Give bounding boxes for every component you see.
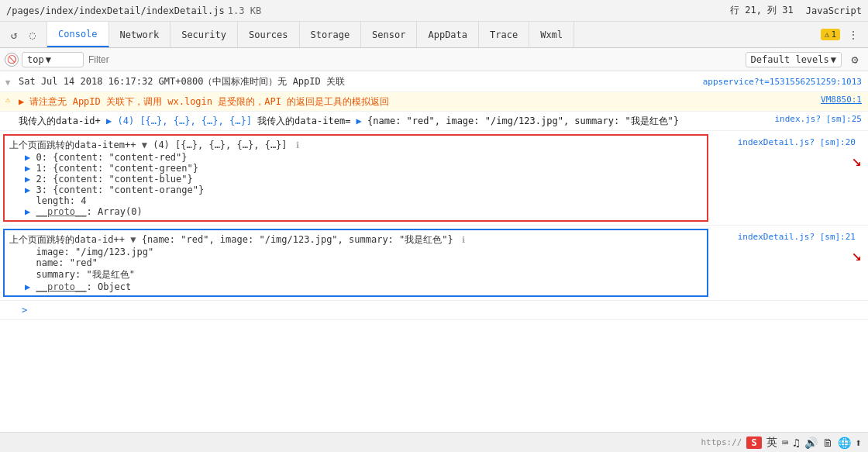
box1-item-2: ▶ 2: {content: "content-blue"} xyxy=(25,174,702,185)
box1-props: ▶ 0: {content: "content-red"} ▶ 1: {cont… xyxy=(9,152,702,217)
box2-name: name: "red" xyxy=(25,257,702,268)
filter-input-wrap xyxy=(88,54,741,65)
console-content: ▼ Sat Jul 14 2018 16:17:32 GMT+0800（中国标准… xyxy=(0,71,868,452)
clear-console-button[interactable]: 🚫 xyxy=(5,53,19,67)
timestamp-source[interactable]: appservice?t=1531556251259:1013 xyxy=(700,75,868,88)
info-content-1: 我传入的data-id+ xyxy=(19,116,106,126)
box2-props: image: "/img/123.jpg" name: "red" summar… xyxy=(9,247,702,292)
info-obj-1b: {name: "red", image: "/img/123.jpg", sum… xyxy=(367,116,679,126)
back-icon[interactable]: ↺ xyxy=(6,27,22,43)
box1-source-area: indexDetail.js? [sm]:20 ↘ xyxy=(713,131,868,225)
box2-arrow: ↘ xyxy=(852,245,862,264)
warning-badge: ⚠ 1 xyxy=(821,29,840,40)
box1-arrow: ↘ xyxy=(852,150,862,170)
box1-info-icon: ℹ xyxy=(296,140,299,150)
bottom-bar: https:// S 英 ⌨ ♫ 🔊 🗎 🌐 ⬆ xyxy=(0,432,868,452)
warn-text: ▶ 请注意无 AppID 关联下，调用 wx.login 是受限的，API 的返… xyxy=(16,93,728,110)
upload-icon[interactable]: ⬆ xyxy=(856,436,862,449)
box1-count: (4) [{…}, {…}, {…}, {…}] xyxy=(153,140,287,150)
box2-header-text: 上个页面跳转的data-id++ ▼ {name: "red", image: … xyxy=(9,233,465,247)
box2-source-area: indexDetail.js? [sm]:21 ↘ xyxy=(713,226,868,300)
tab-bar: ↺ ◌ Console Network Security Sources Sto… xyxy=(0,22,868,48)
info-text-1: 我传入的data-id+ ▶ (4) [{…}, {…}, {…}, {…}] … xyxy=(16,112,728,129)
box1-proto: ▶ __proto__: Array(0) xyxy=(25,206,702,217)
box1-expand-icon[interactable]: ▼ xyxy=(142,140,147,150)
file-path: /pages/index/indexDetail/indexDetail.js xyxy=(6,5,225,16)
timestamp-text: Sat Jul 14 2018 16:17:32 GMT+0800（中国标准时间… xyxy=(16,73,700,90)
cursor-line[interactable]: > xyxy=(0,301,868,320)
warn-content: ▶ 请注意无 AppID 关联下，调用 wx.login 是受限的，API 的返… xyxy=(19,96,389,107)
file-location: 行 21, 列 31 xyxy=(730,4,794,17)
box2-expand-icon[interactable]: ▼ xyxy=(130,234,136,245)
warn-source[interactable]: VM8850:1 xyxy=(728,93,868,106)
tab-bar-right: ⚠ 1 ⋮ xyxy=(815,26,868,43)
box1-header-text: 上个页面跳转的data-item++ ▼ (4) [{…}, {…}, {…},… xyxy=(9,139,299,152)
tab-wxml[interactable]: Wxml xyxy=(529,22,574,47)
info-content-1b: 我传入的data-item= xyxy=(257,116,356,126)
line-prefix: ▼ xyxy=(0,76,16,88)
box2-info-icon: ℹ xyxy=(462,235,465,245)
box2-block: 上个页面跳转的data-id++ ▼ {name: "red", image: … xyxy=(3,229,708,297)
cursor-prompt[interactable]: > xyxy=(16,302,868,319)
info-line-1: 我传入的data-id+ ▶ (4) [{…}, {…}, {…}, {…}] … xyxy=(0,112,868,131)
box1-container: 上个页面跳转的data-item++ ▼ (4) [{…}, {…}, {…},… xyxy=(0,131,868,226)
info-source-1[interactable]: index.js? [sm]:25 xyxy=(728,112,868,126)
box2-proto: ▶ __proto__: Object xyxy=(25,281,702,292)
box1-source[interactable]: indexDetail.js? [sm]:20 xyxy=(722,136,862,149)
box2-header-row: 上个页面跳转的data-id++ ▼ {name: "red", image: … xyxy=(9,233,702,247)
warning-count: 1 xyxy=(831,29,836,40)
levels-select[interactable]: Default levels ▼ xyxy=(746,52,842,67)
tab-appdata[interactable]: AppData xyxy=(417,22,479,47)
top-bar: /pages/index/indexDetail/indexDetail.js … xyxy=(0,0,868,22)
tab-console[interactable]: Console xyxy=(47,22,109,47)
box2-summary: summary: "我是红色" xyxy=(25,268,702,281)
context-select[interactable]: top ▼ xyxy=(22,52,84,67)
context-value: top xyxy=(27,54,44,65)
english-icon[interactable]: 英 xyxy=(766,436,777,450)
timestamp-line: ▼ Sat Jul 14 2018 16:17:32 GMT+0800（中国标准… xyxy=(0,71,868,92)
box1-item-1: ▶ 1: {content: "content-green"} xyxy=(25,163,702,174)
box2-inner: 上个页面跳转的data-id++ ▼ {name: "red", image: … xyxy=(0,226,713,300)
cursor-prefix xyxy=(0,302,16,303)
tab-network[interactable]: Network xyxy=(109,22,171,47)
info-expand-1b[interactable]: ▶ xyxy=(356,116,367,126)
file-size: 1.3 KB xyxy=(228,5,261,16)
more-options-icon[interactable]: ⋮ xyxy=(845,26,862,43)
box2-image: image: "/img/123.jpg" xyxy=(25,247,702,257)
speaker-icon[interactable]: 🔊 xyxy=(804,436,818,449)
box1-item-0: ▶ 0: {content: "content-red"} xyxy=(25,152,702,163)
top-bar-right: 行 21, 列 31 JavaScript xyxy=(730,4,862,17)
box2-source[interactable]: indexDetail.js? [sm]:21 xyxy=(722,230,862,243)
document-icon[interactable]: 🗎 xyxy=(822,436,833,449)
warn-prefix: ⚠ xyxy=(0,93,16,105)
box1-label: 上个页面跳转的data-item++ xyxy=(9,140,142,150)
tab-security[interactable]: Security xyxy=(170,22,238,47)
filter-input[interactable] xyxy=(88,54,741,65)
tabs-container: Console Network Security Sources Storage… xyxy=(47,22,574,47)
filter-bar-right: ⚙ xyxy=(846,51,863,68)
tab-icon-group: ↺ ◌ xyxy=(0,22,47,47)
info-expand-1[interactable]: ▶ (4) [{…}, {…}, {…}, {…}] xyxy=(106,116,252,126)
settings-icon[interactable]: ⚙ xyxy=(846,51,863,68)
box1-inner: 上个页面跳转的data-item++ ▼ (4) [{…}, {…}, {…},… xyxy=(0,131,713,225)
warn-line: ⚠ ▶ 请注意无 AppID 关联下，调用 wx.login 是受限的，API … xyxy=(0,92,868,112)
filter-left: 🚫 top ▼ xyxy=(5,52,84,67)
context-dropdown-icon: ▼ xyxy=(46,54,51,65)
warning-icon: ⚠ xyxy=(825,29,830,40)
globe-icon[interactable]: 🌐 xyxy=(838,436,851,449)
keyboard-icon[interactable]: ⌨ xyxy=(782,436,788,449)
block-icon[interactable]: ◌ xyxy=(25,27,40,43)
box1-length: length: 4 xyxy=(25,195,702,206)
box1-block: 上个页面跳转的data-item++ ▼ (4) [{…}, {…}, {…},… xyxy=(3,134,708,222)
levels-dropdown-icon: ▼ xyxy=(831,54,836,65)
tab-sensor[interactable]: Sensor xyxy=(361,22,417,47)
box2-label: 上个页面跳转的data-id++ xyxy=(9,234,130,245)
music-icon[interactable]: ♫ xyxy=(793,436,799,449)
levels-value: Default levels xyxy=(751,54,829,65)
status-url: https:// xyxy=(701,437,742,447)
box1-header-row: 上个页面跳转的data-item++ ▼ (4) [{…}, {…}, {…},… xyxy=(9,139,702,152)
box2-container: 上个页面跳转的data-id++ ▼ {name: "red", image: … xyxy=(0,226,868,301)
tab-storage[interactable]: Storage xyxy=(300,22,362,47)
tab-sources[interactable]: Sources xyxy=(238,22,300,47)
tab-trace[interactable]: Trace xyxy=(479,22,529,47)
